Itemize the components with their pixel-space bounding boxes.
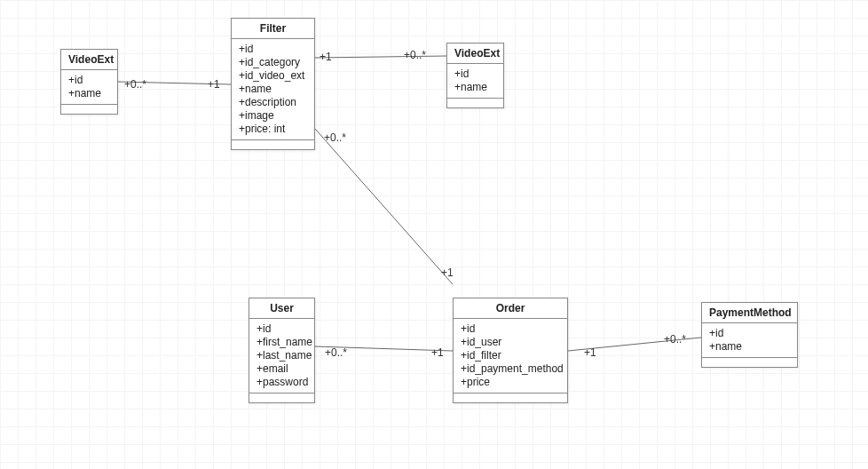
class-attribute: +last_name bbox=[256, 349, 307, 362]
class-attribute: +name bbox=[239, 83, 307, 96]
class-attribute: +name bbox=[454, 81, 496, 94]
class-operations bbox=[447, 99, 503, 107]
multiplicity-label: +1 bbox=[441, 266, 454, 279]
class-attribute: +description bbox=[239, 96, 307, 109]
class-attribute: +name bbox=[709, 340, 790, 354]
class-attribute: +id bbox=[256, 322, 307, 336]
class-attribute: +password bbox=[256, 376, 307, 389]
multiplicity-label: +0..* bbox=[124, 78, 146, 91]
class-user[interactable]: User +id +first_name +last_name +email +… bbox=[249, 298, 315, 403]
connection-lines bbox=[0, 0, 868, 469]
svg-line-1 bbox=[315, 56, 446, 58]
multiplicity-label: +1 bbox=[208, 78, 220, 91]
class-attribute: +id_filter bbox=[461, 349, 560, 362]
class-attributes: +id +name bbox=[61, 70, 117, 105]
multiplicity-label: +0..* bbox=[664, 333, 686, 346]
class-attribute: +id bbox=[68, 74, 110, 87]
class-attribute: +id_payment_method bbox=[461, 362, 560, 376]
class-attributes: +id +name bbox=[702, 323, 797, 358]
class-filter[interactable]: Filter +id +id_category +id_video_ext +n… bbox=[231, 18, 315, 150]
multiplicity-label: +0..* bbox=[324, 131, 346, 144]
class-video-ext-left[interactable]: VideoExt +id +name bbox=[60, 49, 118, 115]
class-attribute: +price bbox=[461, 376, 560, 389]
class-attribute: +id_video_ext bbox=[239, 69, 307, 83]
multiplicity-label: +0..* bbox=[325, 346, 347, 359]
class-order[interactable]: Order +id +id_user +id_filter +id_paymen… bbox=[453, 298, 568, 403]
class-video-ext-right[interactable]: VideoExt +id +name bbox=[446, 43, 504, 108]
class-attribute: +id bbox=[461, 322, 560, 336]
class-attributes: +id +first_name +last_name +email +passw… bbox=[249, 319, 314, 393]
class-attribute: +id_user bbox=[461, 336, 560, 349]
multiplicity-label: +0..* bbox=[404, 49, 426, 61]
class-title: Order bbox=[454, 298, 567, 319]
class-operations bbox=[454, 393, 567, 402]
class-title: VideoExt bbox=[447, 44, 503, 64]
class-attributes: +id +name bbox=[447, 64, 503, 99]
class-title: VideoExt bbox=[61, 50, 117, 70]
class-operations bbox=[232, 140, 314, 149]
multiplicity-label: +1 bbox=[584, 346, 596, 359]
class-attribute: +id bbox=[709, 327, 790, 340]
multiplicity-label: +1 bbox=[320, 51, 332, 63]
class-attribute: +image bbox=[239, 109, 307, 123]
class-title: PaymentMethod bbox=[702, 303, 797, 323]
class-title: Filter bbox=[232, 19, 314, 39]
class-attribute: +id bbox=[454, 68, 496, 81]
class-attribute: +name bbox=[68, 87, 110, 100]
multiplicity-label: +1 bbox=[431, 346, 444, 359]
class-operations bbox=[61, 105, 117, 114]
class-title: User bbox=[249, 298, 314, 319]
class-payment-method[interactable]: PaymentMethod +id +name bbox=[701, 302, 798, 368]
class-attribute: +email bbox=[256, 362, 307, 376]
class-operations bbox=[249, 393, 314, 402]
class-operations bbox=[702, 358, 797, 367]
class-attribute: +price: int bbox=[239, 123, 307, 136]
class-attribute: +id_category bbox=[239, 56, 307, 69]
class-attributes: +id +id_user +id_filter +id_payment_meth… bbox=[454, 319, 567, 393]
class-attribute: +id bbox=[239, 43, 307, 56]
class-attributes: +id +id_category +id_video_ext +name +de… bbox=[232, 39, 314, 140]
class-attribute: +first_name bbox=[256, 336, 307, 349]
svg-line-2 bbox=[315, 129, 453, 284]
